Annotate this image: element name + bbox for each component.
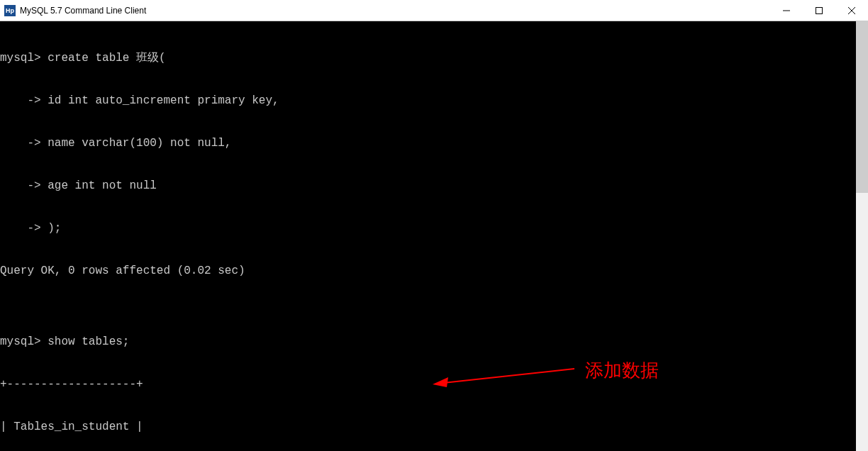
annotation-arrow-icon <box>433 362 574 390</box>
app-icon: Hp <box>4 5 16 16</box>
terminal-line: mysql> create table 班级( <box>0 51 868 65</box>
svg-rect-1 <box>816 7 823 13</box>
svg-marker-5 <box>433 377 448 387</box>
window-controls <box>770 0 868 21</box>
terminal-line: -> age int not null <box>0 179 868 193</box>
vertical-scrollbar[interactable] <box>856 21 868 451</box>
terminal-line: -> id int auto_increment primary key, <box>0 94 868 108</box>
scrollbar-thumb[interactable] <box>856 21 868 193</box>
terminal-line: | Tables_in_student | <box>0 420 868 434</box>
minimize-button[interactable] <box>770 0 803 21</box>
window-title: MySQL 5.7 Command Line Client <box>20 6 146 16</box>
close-button[interactable] <box>835 0 868 21</box>
annotation-label: 添加数据 <box>585 358 659 383</box>
terminal-line: Query OK, 0 rows affected (0.02 sec) <box>0 264 868 278</box>
window-titlebar: Hp MySQL 5.7 Command Line Client <box>0 0 868 21</box>
terminal-line: mysql> show tables; <box>0 335 868 349</box>
terminal-line: -> name varchar(100) not null, <box>0 136 868 150</box>
maximize-button[interactable] <box>803 0 835 21</box>
terminal-line: -> ); <box>0 221 868 235</box>
svg-line-4 <box>443 369 574 383</box>
